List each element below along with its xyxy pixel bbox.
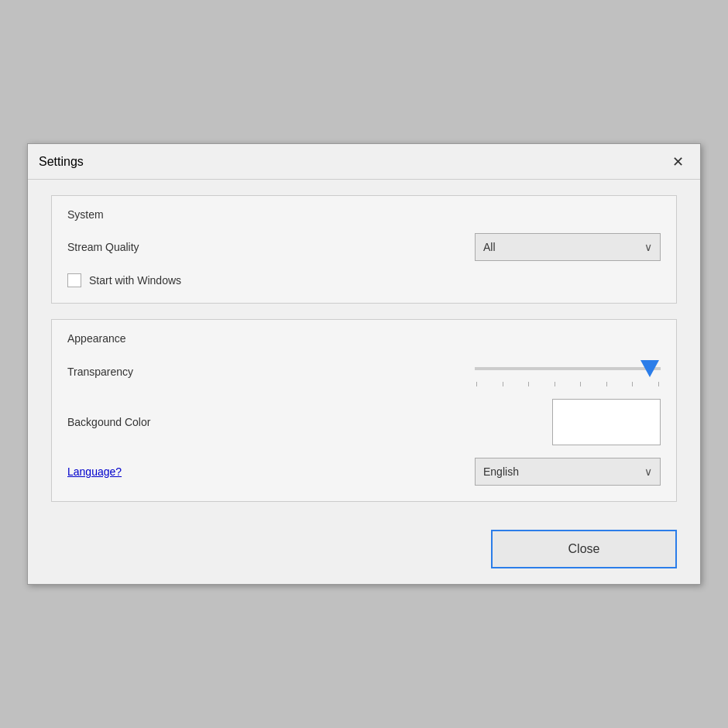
language-link[interactable]: Language? — [67, 465, 122, 478]
tick-6 — [606, 382, 607, 386]
settings-dialog: Settings ✕ System Stream Quality All ∨ S… — [27, 143, 701, 585]
tick-4 — [555, 382, 555, 386]
dialog-content: System Stream Quality All ∨ Start with W… — [28, 180, 700, 517]
background-color-row: Backgound Color — [67, 399, 661, 445]
stream-quality-label: Stream Quality — [67, 241, 139, 253]
tick-1 — [476, 382, 477, 386]
start-with-windows-checkbox[interactable] — [67, 273, 81, 287]
start-with-windows-label: Start with Windows — [89, 274, 181, 287]
stream-quality-arrow: ∨ — [644, 241, 652, 253]
appearance-section-label: Appearance — [67, 332, 661, 345]
tick-5 — [580, 382, 581, 386]
system-section-label: System — [67, 208, 661, 221]
stream-quality-row: Stream Quality All ∨ — [67, 233, 661, 261]
language-row: Language? English ∨ — [67, 458, 661, 486]
background-color-label: Backgound Color — [67, 416, 150, 428]
language-value: English — [483, 465, 519, 478]
transparency-slider[interactable] — [475, 357, 661, 380]
tick-8 — [658, 382, 659, 386]
slider-track — [475, 367, 661, 370]
dialog-footer: Close — [28, 517, 700, 584]
tick-2 — [503, 382, 503, 386]
tick-3 — [528, 382, 529, 386]
stream-quality-dropdown[interactable]: All ∨ — [475, 233, 661, 261]
transparency-row: Transparency — [67, 357, 661, 386]
slider-ticks — [475, 382, 661, 386]
close-dialog-button[interactable]: Close — [491, 530, 677, 568]
transparency-label: Transparency — [67, 366, 133, 378]
system-section: System Stream Quality All ∨ Start with W… — [51, 195, 677, 304]
tick-7 — [632, 382, 633, 386]
slider-thumb[interactable] — [640, 360, 659, 377]
window-close-button[interactable]: ✕ — [666, 150, 689, 173]
dialog-title: Settings — [39, 155, 84, 169]
stream-quality-value: All — [483, 241, 496, 253]
appearance-section: Appearance Transparency — [51, 319, 677, 502]
language-arrow: ∨ — [644, 465, 652, 478]
transparency-slider-container — [475, 357, 661, 386]
language-dropdown[interactable]: English ∨ — [475, 458, 661, 486]
title-bar: Settings ✕ — [28, 144, 700, 180]
start-with-windows-row: Start with Windows — [67, 273, 661, 287]
background-color-swatch[interactable] — [552, 399, 661, 445]
